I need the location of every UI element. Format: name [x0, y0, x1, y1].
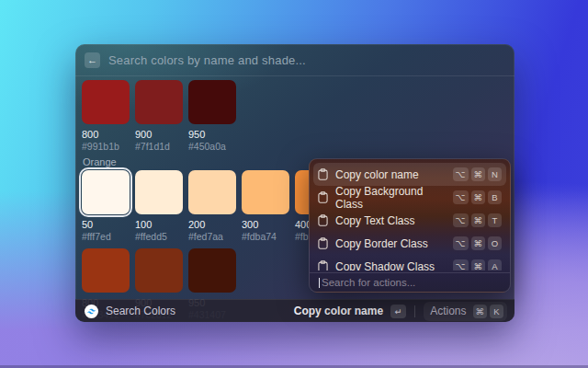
swatch-fill: [188, 248, 236, 293]
letter-key-icon: B: [488, 190, 502, 204]
menu-item-label: Copy Border Class: [335, 237, 428, 250]
swatch-fill: [242, 170, 289, 214]
actions-search-field[interactable]: Search for actions...: [310, 272, 510, 292]
color-swatch-red-900[interactable]: 900 #7f1d1d: [135, 80, 183, 152]
option-key-icon: ⌥: [453, 236, 469, 250]
command-key-icon: ⌘: [473, 305, 488, 318]
command-key-icon: ⌘: [471, 190, 486, 204]
swatch-fill: [82, 170, 130, 214]
statusbar-divider: [414, 305, 415, 317]
status-bar: Search Colors Copy color name ↵ Actions …: [75, 299, 514, 322]
actions-label: Actions: [430, 305, 466, 317]
shade-hex: #fdba74: [242, 231, 289, 242]
menu-item-label: Copy Background Class: [335, 185, 453, 211]
text-cursor: [319, 278, 320, 288]
letter-key-icon: N: [488, 167, 502, 181]
searchbar-divider: [75, 75, 514, 76]
swatch-fill: [135, 248, 183, 293]
primary-action-label: Copy color name: [294, 305, 383, 317]
shade-hex: #450a0a: [188, 141, 236, 152]
section-header-orange: Orange: [83, 156, 117, 167]
shade-number: 200: [188, 219, 236, 230]
shade-hex: #7f1d1d: [135, 141, 183, 152]
letter-key-icon: T: [488, 213, 502, 227]
menu-item-copy-color-name[interactable]: Copy color name ⌥ ⌘ N: [313, 163, 506, 186]
menu-item-copy-shadow-class[interactable]: Copy Shadow Class ⌥ ⌘ A: [310, 255, 510, 270]
color-swatch-orange-50[interactable]: 50 #fff7ed: [82, 170, 130, 242]
actions-popover: Copy color name ⌥ ⌘ N Copy Background Cl…: [309, 158, 511, 293]
swatch-fill: [82, 248, 130, 293]
command-key-icon: ⌘: [471, 213, 486, 227]
shade-hex: #991b1b: [82, 141, 130, 152]
color-swatch-orange-300[interactable]: 300 #fdba74: [242, 170, 289, 242]
clipboard-icon: [318, 214, 328, 226]
letter-key-icon: O: [488, 236, 502, 250]
shade-number: 100: [135, 219, 183, 230]
tailwind-logo-icon: [85, 305, 98, 318]
menu-item-label: Copy color name: [335, 168, 419, 181]
command-key-icon: ⌘: [471, 259, 486, 270]
actions-menu-list: Copy color name ⌥ ⌘ N Copy Background Cl…: [310, 159, 510, 270]
option-key-icon: ⌥: [453, 213, 469, 227]
menu-item-copy-background-class[interactable]: Copy Background Class ⌥ ⌘ B: [310, 186, 510, 209]
swatch-fill: [188, 80, 236, 124]
shade-hex: #fff7ed: [82, 231, 130, 242]
menu-item-copy-text-class[interactable]: Copy Text Class ⌥ ⌘ T: [310, 209, 510, 232]
swatch-fill: [135, 80, 183, 124]
swatch-fill: [188, 170, 236, 214]
return-key-icon: ↵: [390, 305, 406, 318]
search-bar: ← Search colors by name and shade...: [75, 44, 514, 75]
clipboard-icon: [318, 191, 328, 203]
command-key-icon: ⌘: [471, 167, 486, 181]
shade-number: 300: [242, 219, 289, 230]
menu-item-label: Copy Text Class: [335, 214, 414, 227]
shade-number: 800: [82, 129, 130, 140]
search-input[interactable]: Search colors by name and shade...: [108, 53, 306, 67]
menu-item-copy-border-class[interactable]: Copy Border Class ⌥ ⌘ O: [310, 232, 510, 255]
clipboard-icon: [318, 260, 328, 270]
clipboard-icon: [318, 237, 328, 249]
shade-number: 50: [82, 219, 130, 230]
color-swatch-orange-100[interactable]: 100 #ffedd5: [135, 170, 183, 242]
app-name: Search Colors: [106, 305, 175, 317]
shade-number: 950: [188, 129, 236, 140]
shade-hex: #ffedd5: [135, 231, 183, 242]
command-key-icon: ⌘: [471, 236, 486, 250]
back-button[interactable]: ←: [85, 52, 100, 68]
letter-key-icon: A: [488, 259, 502, 270]
swatch-fill: [135, 170, 183, 214]
k-key-icon: K: [490, 305, 503, 318]
shade-number: 900: [135, 129, 183, 140]
back-arrow-icon: ←: [87, 55, 97, 65]
primary-action-button[interactable]: Copy color name ↵: [294, 305, 406, 318]
shade-hex: #fed7aa: [188, 231, 236, 242]
clipboard-icon: [318, 168, 328, 180]
color-swatch-red-800[interactable]: 800 #991b1b: [82, 80, 130, 152]
option-key-icon: ⌥: [453, 167, 469, 181]
option-key-icon: ⌥: [453, 190, 469, 204]
option-key-icon: ⌥: [453, 259, 469, 270]
color-swatch-red-950[interactable]: 950 #450a0a: [188, 80, 236, 152]
actions-search-placeholder: Search for actions...: [322, 277, 415, 288]
color-swatch-orange-200[interactable]: 200 #fed7aa: [188, 170, 236, 242]
red-swatch-row: 800 #991b1b 900 #7f1d1d 950 #450a0a: [82, 80, 236, 152]
actions-button[interactable]: Actions ⌘ K: [424, 302, 507, 321]
menu-item-label: Copy Shadow Class: [335, 260, 435, 271]
swatch-fill: [82, 80, 130, 124]
